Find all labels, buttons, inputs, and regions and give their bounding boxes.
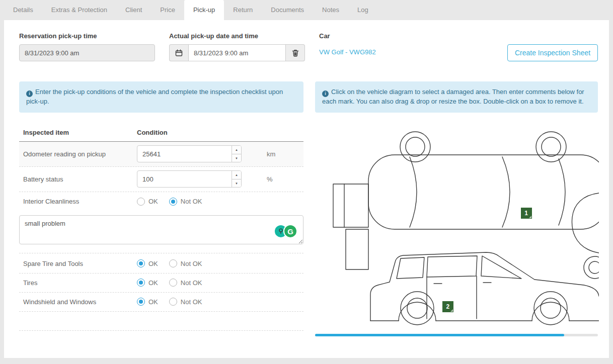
damage-marker-2-label: 2 <box>446 303 450 310</box>
calendar-icon[interactable] <box>169 44 188 61</box>
create-inspection-col: Create Inspection Sheet <box>464 32 598 61</box>
ok-label: OK <box>148 298 158 306</box>
battery-spin-up-icon[interactable]: ▲ <box>232 171 241 179</box>
tab-bar: Details Extras & Protection Client Price… <box>0 0 613 20</box>
tires-ok-radio[interactable] <box>137 279 145 287</box>
not-ok-label: Not OK <box>181 298 202 306</box>
tab-extras-protection[interactable]: Extras & Protection <box>42 0 116 20</box>
battery-label: Battery status <box>23 175 137 183</box>
spare-tire-not-ok-radio[interactable] <box>169 259 177 267</box>
tires-row: Tires OK Not OK <box>19 274 303 293</box>
windshield-label: Windshield and Windows <box>23 298 137 306</box>
diagram-notice: iClick on the vehicle diagram to select … <box>315 81 598 113</box>
pickup-conditions-notice: iEnter the pick-up conditions of the veh… <box>19 81 303 113</box>
odometer-input[interactable] <box>137 145 242 162</box>
car-outline-art <box>315 125 599 328</box>
odometer-input-group: ▲ ▼ <box>137 145 242 162</box>
ok-label: OK <box>148 198 158 205</box>
odometer-label: Odometer reading on pickup <box>23 150 137 158</box>
battery-input-group: ▲ ▼ <box>137 170 242 188</box>
interior-not-ok-radio[interactable] <box>169 198 177 206</box>
tab-pickup[interactable]: Pick-up <box>184 0 224 20</box>
ok-label: OK <box>148 279 158 287</box>
inspected-item-header: Inspected item <box>23 129 137 136</box>
car-label: Car <box>319 32 450 40</box>
windshield-ok-radio[interactable] <box>137 298 145 306</box>
odometer-row: Odometer reading on pickup ▲ ▼ km <box>19 142 303 167</box>
battery-input[interactable] <box>137 170 242 188</box>
spare-tire-ok-radio[interactable] <box>137 259 145 267</box>
inspection-table-header: Inspected item Condition <box>19 125 303 142</box>
windshield-not-ok-radio[interactable] <box>169 298 177 306</box>
condition-header: Condition <box>137 129 168 136</box>
car-field: Car VW Golf - VWG982 <box>319 32 450 61</box>
create-inspection-sheet-button[interactable]: Create Inspection Sheet <box>507 44 598 61</box>
interior-ok-radio[interactable] <box>137 198 145 206</box>
tires-label: Tires <box>23 279 137 287</box>
damage-marker-1[interactable]: 1 <box>521 208 532 219</box>
tires-not-ok-radio[interactable] <box>169 279 177 287</box>
reservation-pickup-input <box>19 44 155 61</box>
car-link[interactable]: VW Golf - VWG982 <box>319 48 450 56</box>
interior-comment-textarea[interactable]: small problem <box>19 215 303 244</box>
tab-client[interactable]: Client <box>116 0 151 20</box>
interior-comment-block: small problem G <box>19 211 303 253</box>
spare-tire-label: Spare Tire and Tools <box>23 260 137 267</box>
not-ok-label: Not OK <box>181 198 202 205</box>
not-ok-label: Not OK <box>181 279 202 287</box>
battery-unit: % <box>267 175 273 183</box>
tab-documents[interactable]: Documents <box>262 0 313 20</box>
diagram-column: iClick on the vehicle diagram to select … <box>315 81 598 336</box>
actual-pickup-field: Actual pick-up date and time <box>169 32 305 61</box>
not-ok-label: Not OK <box>181 260 202 267</box>
pickup-conditions-notice-text: Enter the pick-up conditions of the vehi… <box>26 88 283 105</box>
battery-row: Battery status ▲ ▼ % <box>19 167 303 192</box>
circle-info-icon: i <box>26 90 33 97</box>
odometer-unit: km <box>267 150 275 158</box>
pickup-header-row: Reservation pick-up time Actual pick-up … <box>19 32 598 61</box>
vehicle-damage-diagram[interactable]: 1 2 <box>315 125 598 336</box>
odometer-spin-down-icon[interactable]: ▼ <box>232 154 241 162</box>
reservation-pickup-field: Reservation pick-up time <box>19 32 155 61</box>
actual-pickup-input[interactable] <box>188 44 286 61</box>
inspection-column: iEnter the pick-up conditions of the veh… <box>19 81 303 336</box>
pickup-panel: Reservation pick-up time Actual pick-up … <box>4 20 609 358</box>
spare-tire-row: Spare Tire and Tools OK Not OK <box>19 254 303 274</box>
trash-icon[interactable] <box>286 44 305 61</box>
diagram-notice-text: Click on the vehicle diagram to select a… <box>322 88 584 105</box>
grammarly-icon[interactable]: G <box>283 224 297 238</box>
damage-marker-2[interactable]: 2 <box>442 301 453 312</box>
ok-label: OK <box>148 260 158 267</box>
battery-spin-down-icon[interactable]: ▼ <box>232 179 241 188</box>
reservation-pickup-label: Reservation pick-up time <box>19 32 155 40</box>
diagram-horizontal-scrollbar[interactable] <box>315 334 598 336</box>
tab-return[interactable]: Return <box>224 0 262 20</box>
tab-log[interactable]: Log <box>348 0 377 20</box>
actual-pickup-label: Actual pick-up date and time <box>169 32 305 40</box>
odometer-spin-up-icon[interactable]: ▲ <box>232 146 241 154</box>
tab-notes[interactable]: Notes <box>313 0 348 20</box>
scrollbar-thumb[interactable] <box>315 334 564 336</box>
interior-cleanliness-row: Interior Cleanliness OK Not OK <box>19 192 303 211</box>
interior-cleanliness-label: Interior Cleanliness <box>23 198 137 205</box>
circle-info-icon: i <box>322 90 329 97</box>
inspection-table-footer <box>19 312 303 331</box>
windshield-row: Windshield and Windows OK Not OK <box>19 293 303 312</box>
damage-marker-1-label: 1 <box>524 210 528 217</box>
tab-details[interactable]: Details <box>4 0 42 20</box>
writing-assistant-icons: G <box>275 224 297 238</box>
tab-price[interactable]: Price <box>151 0 184 20</box>
